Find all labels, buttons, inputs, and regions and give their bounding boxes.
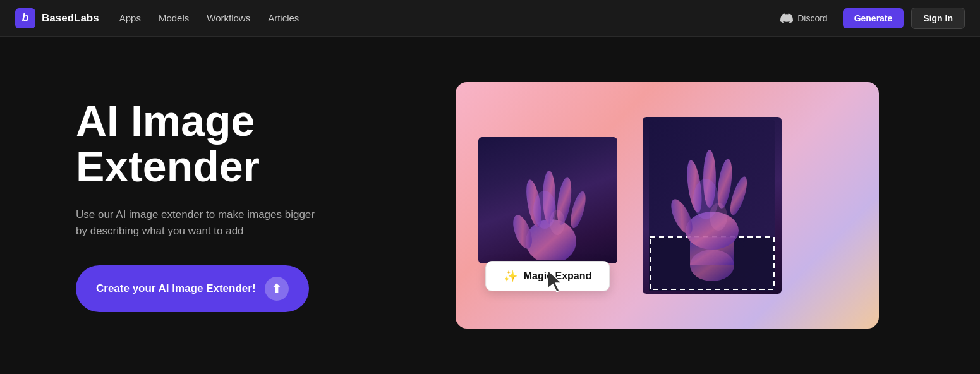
navbar-right: Discord Generate Sign In [773, 8, 965, 29]
nav-item-apps[interactable]: Apps [119, 13, 141, 23]
mouse-cursor-svg [548, 270, 566, 292]
navbar: b BasedLabs Apps Models Workflows Articl… [0, 0, 980, 37]
brand-name: BasedLabs [42, 12, 99, 25]
generate-button[interactable]: Generate [843, 8, 904, 28]
magic-wand-icon: ✨ [504, 269, 517, 283]
nav-item-workflows[interactable]: Workflows [207, 13, 250, 23]
demo-container: ✨ Magic Expand [456, 82, 879, 329]
hero-description: Use our AI image extender to make images… [76, 207, 316, 240]
nav-item-models[interactable]: Models [159, 13, 189, 23]
hero-section: AI ImageExtender Use our AI image extend… [0, 37, 980, 374]
svg-marker-8 [548, 270, 562, 292]
hand-left-svg [497, 140, 598, 260]
expanded-image [643, 117, 782, 294]
cursor-icon [548, 270, 566, 296]
demo-right-card [643, 117, 782, 294]
cta-label: Create your AI Image Extender! [96, 282, 256, 295]
hero-right: ✨ Magic Expand [430, 82, 904, 329]
svg-point-21 [710, 203, 727, 231]
discord-button[interactable]: Discord [773, 8, 835, 28]
nav-item-articles[interactable]: Articles [268, 13, 299, 23]
demo-left-card: ✨ Magic Expand [478, 137, 617, 274]
original-image [478, 137, 617, 263]
brand-logo-icon: b [15, 8, 35, 28]
svg-point-7 [550, 210, 565, 235]
cta-button[interactable]: Create your AI Image Extender! ⬆ [76, 265, 309, 312]
nav-links: Apps Models Workflows Articles [119, 13, 299, 23]
discord-label: Discord [797, 13, 827, 23]
hero-title: AI ImageExtender [76, 99, 379, 189]
hand-right-svg [649, 120, 775, 291]
upload-icon: ⬆ [265, 277, 289, 301]
brand: b BasedLabs [15, 8, 99, 28]
discord-icon [780, 12, 793, 25]
hero-left: AI ImageExtender Use our AI image extend… [76, 99, 379, 311]
signin-button[interactable]: Sign In [911, 8, 965, 29]
